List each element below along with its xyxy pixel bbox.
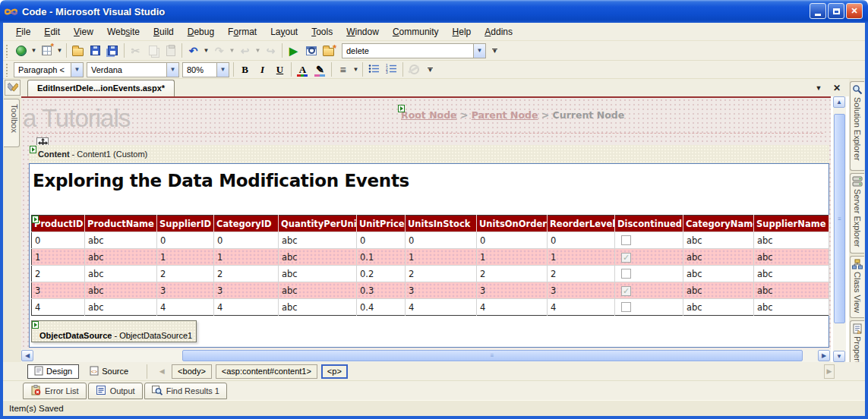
menu-item-file[interactable]: File bbox=[9, 24, 37, 39]
save-all-button[interactable] bbox=[104, 43, 122, 59]
navigate-forward-button[interactable]: ↪ bbox=[262, 43, 279, 59]
menu-item-community[interactable]: Community bbox=[386, 24, 446, 39]
menu-item-addins[interactable]: Addins bbox=[478, 24, 519, 39]
font-name-combo[interactable]: Verdana▼ bbox=[87, 62, 179, 77]
tab-solution-explorer[interactable]: Solution Explorer bbox=[850, 81, 864, 171]
tab-error-list[interactable]: Error List bbox=[23, 383, 87, 399]
redo-button[interactable]: ↷ bbox=[210, 43, 228, 59]
add-new-item-button-dropdown[interactable]: ▼ bbox=[55, 43, 64, 59]
save-button[interactable] bbox=[87, 43, 104, 59]
start-debugging-button[interactable]: ▶ bbox=[285, 43, 302, 59]
font-color-button[interactable]: A bbox=[294, 61, 311, 78]
block-format-combo-dropdown[interactable]: ▼ bbox=[71, 63, 83, 77]
toolbox-corner-button[interactable] bbox=[5, 80, 21, 96]
toolbar-options-button[interactable]: ▼ bbox=[490, 43, 500, 58]
document-tab[interactable]: EditInsertDele...ionEvents.aspx* bbox=[27, 80, 175, 96]
find-combo[interactable]: delete▼ bbox=[342, 43, 486, 58]
open-file-button[interactable] bbox=[69, 43, 87, 59]
tab-toolbox[interactable]: Toolbox bbox=[4, 99, 20, 147]
horizontal-scrollbar[interactable]: ◀ ≡ ▶ bbox=[21, 349, 831, 362]
numbering-button[interactable]: 123 bbox=[383, 61, 400, 78]
tab-class-view[interactable]: Class View bbox=[850, 256, 864, 318]
redo-button-dropdown[interactable]: ▼ bbox=[228, 43, 236, 59]
window-title: Code - Microsoft Visual Studio bbox=[22, 6, 165, 17]
menu-item-window[interactable]: Window bbox=[339, 24, 386, 39]
smart-tag-glyph[interactable] bbox=[32, 216, 39, 223]
breadcrumb-link[interactable]: Parent Node bbox=[472, 109, 538, 121]
content-control-header[interactable]: Content - Content1 (Custom) bbox=[29, 145, 829, 163]
undo-button[interactable]: ↶ bbox=[185, 43, 202, 59]
active-files-dropdown-button[interactable]: ▼ bbox=[812, 81, 825, 94]
menu-item-tools[interactable]: Tools bbox=[305, 24, 339, 39]
scroll-up-button[interactable]: ▲ bbox=[833, 96, 845, 108]
maximize-button[interactable] bbox=[828, 3, 844, 19]
toolbar-grip[interactable] bbox=[5, 44, 9, 58]
smart-tag-glyph[interactable] bbox=[30, 146, 36, 153]
window-magnifier-button[interactable] bbox=[302, 43, 320, 59]
navigate-backward-button-dropdown[interactable]: ▼ bbox=[254, 43, 262, 59]
toolbar-options-button[interactable]: ▼ bbox=[425, 62, 435, 77]
minimize-button[interactable] bbox=[810, 3, 826, 19]
menu-item-help[interactable]: Help bbox=[446, 24, 478, 39]
title-bar[interactable]: Code - Microsoft Visual Studio ✕ bbox=[0, 0, 868, 23]
italic-button[interactable]: I bbox=[254, 61, 271, 78]
tag-navigator-forward-button[interactable]: ▶ bbox=[824, 364, 835, 379]
block-format-combo[interactable]: Paragraph <▼ bbox=[14, 62, 84, 77]
find-combo-dropdown[interactable]: ▼ bbox=[473, 44, 485, 58]
font-size-combo-dropdown[interactable]: ▼ bbox=[216, 63, 229, 77]
scroll-left-button[interactable]: ◀ bbox=[21, 350, 33, 361]
discontinued-checkbox[interactable] bbox=[621, 235, 631, 245]
horizontal-scroll-thumb[interactable]: ≡ bbox=[182, 350, 803, 361]
smart-tag-glyph[interactable] bbox=[32, 321, 39, 329]
tab-output[interactable]: Output bbox=[88, 383, 143, 399]
underline-button[interactable]: U bbox=[271, 61, 289, 78]
paste-button[interactable] bbox=[162, 43, 179, 59]
tag-navigator-item[interactable]: <asp:content#content1> bbox=[216, 364, 317, 379]
alignment-button-dropdown[interactable]: ▼ bbox=[352, 61, 360, 78]
font-size-combo[interactable]: 80%▼ bbox=[182, 62, 229, 77]
discontinued-checkbox[interactable]: ✓ bbox=[621, 253, 631, 263]
vertical-scrollbar[interactable]: ▲ ≡ ▼ bbox=[833, 96, 846, 362]
scroll-right-button[interactable]: ▶ bbox=[818, 350, 830, 361]
tag-navigator-back-button[interactable]: ◀ bbox=[156, 365, 167, 378]
scroll-down-button[interactable]: ▼ bbox=[833, 351, 845, 362]
navigate-backward-button[interactable]: ↩ bbox=[236, 43, 254, 59]
folder-sparkle-button[interactable] bbox=[320, 43, 337, 59]
tab-find-results-1[interactable]: Find Results 1 bbox=[144, 383, 227, 399]
smart-tag-glyph[interactable] bbox=[398, 105, 405, 112]
add-new-item-button[interactable] bbox=[38, 43, 55, 59]
discontinued-checkbox[interactable] bbox=[621, 302, 631, 312]
menu-item-view[interactable]: View bbox=[67, 24, 100, 39]
new-website-button[interactable] bbox=[12, 43, 30, 59]
objectdatasource-control[interactable]: ObjectDataSource - ObjectDataSource1 bbox=[31, 320, 197, 342]
tab-server-explorer[interactable]: Server Explorer bbox=[850, 173, 864, 254]
menu-item-website[interactable]: Website bbox=[100, 24, 147, 39]
highlight-button[interactable]: ✎ bbox=[311, 61, 329, 78]
breadcrumb-link[interactable]: Root Node bbox=[401, 109, 457, 121]
discontinued-checkbox[interactable] bbox=[621, 269, 631, 279]
view-tab-design[interactable]: Design bbox=[27, 364, 79, 379]
toolbar-grip[interactable] bbox=[5, 63, 9, 77]
tag-navigator-item[interactable]: <body> bbox=[172, 364, 212, 379]
server-icon bbox=[852, 176, 863, 187]
copy-button[interactable] bbox=[144, 43, 162, 59]
undo-button-dropdown[interactable]: ▼ bbox=[202, 43, 210, 59]
new-website-button-dropdown[interactable]: ▼ bbox=[30, 43, 38, 59]
close-document-button[interactable]: ✕ bbox=[830, 81, 844, 94]
menu-item-build[interactable]: Build bbox=[147, 24, 181, 39]
view-tab-source[interactable]: <>Source bbox=[84, 364, 134, 379]
menu-item-debug[interactable]: Debug bbox=[181, 24, 221, 39]
bullets-button[interactable] bbox=[365, 61, 383, 78]
bold-button[interactable]: B bbox=[236, 61, 254, 78]
font-name-combo-dropdown[interactable]: ▼ bbox=[166, 63, 178, 77]
tag-navigator-item[interactable]: <p> bbox=[321, 364, 348, 379]
cut-button[interactable]: ✂ bbox=[127, 43, 144, 59]
alignment-button[interactable]: ≡ bbox=[334, 61, 352, 78]
discontinued-checkbox[interactable]: ✓ bbox=[621, 286, 631, 296]
hyperlink-button[interactable] bbox=[406, 61, 423, 78]
vertical-scroll-thumb[interactable]: ≡ bbox=[834, 114, 845, 323]
menu-item-format[interactable]: Format bbox=[221, 24, 264, 39]
close-button[interactable]: ✕ bbox=[846, 3, 863, 19]
menu-item-edit[interactable]: Edit bbox=[37, 24, 67, 39]
menu-item-layout[interactable]: Layout bbox=[264, 24, 305, 39]
